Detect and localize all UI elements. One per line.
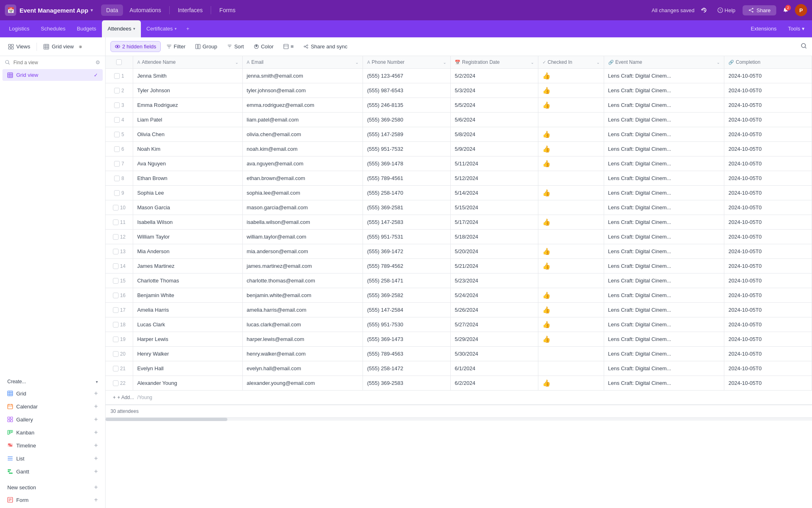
cell-attendee[interactable]: Jenna Smith <box>133 69 242 83</box>
cell-attendee[interactable]: Ethan Brown <box>133 171 242 186</box>
notification-button[interactable]: 2 <box>780 4 792 16</box>
cell-eventname[interactable]: Lens Craft: Digital Cinem... <box>604 113 724 127</box>
cell-attendee[interactable]: Lucas Clark <box>133 317 242 332</box>
cell-checkedin[interactable] <box>538 361 604 376</box>
new-section-add[interactable]: + <box>94 484 98 491</box>
cell-phone[interactable]: (555) 258-1472 <box>363 361 451 376</box>
cell-eventname[interactable]: Lens Craft: Digital Cinem... <box>604 171 724 186</box>
cell-phone[interactable]: (555) 369-1478 <box>363 156 451 171</box>
cell-email[interactable]: isabella.wilson@email.com <box>242 215 363 230</box>
row-checkbox[interactable] <box>113 380 119 386</box>
cell-checkedin[interactable]: 👍 <box>538 186 604 200</box>
cell-checkedin[interactable] <box>538 171 604 186</box>
cell-completion[interactable]: 2024-10-05T0 <box>724 215 812 230</box>
cell-eventname[interactable]: Lens Craft: Digital Cinem... <box>604 317 724 332</box>
cell-eventname[interactable]: Lens Craft: Digital Cinem... <box>604 127 724 142</box>
cell-checkedin[interactable] <box>538 347 604 361</box>
cell-completion[interactable]: 2024-10-05T0 <box>724 200 812 215</box>
cell-checkedin[interactable] <box>538 200 604 215</box>
cell-regdate[interactable]: 5/27/2024 <box>451 317 538 332</box>
cell-email[interactable]: william.taylor@email.com <box>242 230 363 244</box>
tab-attendees[interactable]: Attendees ▾ <box>102 20 141 37</box>
cell-completion[interactable]: 2024-10-05T0 <box>724 186 812 200</box>
cell-regdate[interactable]: 5/14/2024 <box>451 186 538 200</box>
cell-checkedin[interactable]: 👍 <box>538 156 604 171</box>
cell-checkedin[interactable]: 👍 <box>538 83 604 98</box>
cell-attendee[interactable]: Evelyn Hall <box>133 361 242 376</box>
cell-phone[interactable]: (555) 369-2583 <box>363 376 451 391</box>
cell-completion[interactable]: 2024-10-05T0 <box>724 98 812 113</box>
cell-phone[interactable]: (555) 369-1473 <box>363 332 451 347</box>
row-checkbox[interactable] <box>114 161 120 167</box>
cell-phone[interactable]: (555) 987-6543 <box>363 83 451 98</box>
tab-add-button[interactable]: + <box>182 23 194 35</box>
history-button[interactable] <box>698 4 710 16</box>
cell-email[interactable]: henry.walker@email.com <box>242 347 363 361</box>
cell-email[interactable]: mason.garcia@email.com <box>242 200 363 215</box>
cell-phone[interactable]: (555) 258-1471 <box>363 274 451 288</box>
hidden-fields-button[interactable]: 2 hidden fields <box>110 41 161 52</box>
row-checkbox[interactable] <box>114 132 120 137</box>
cell-checkedin[interactable]: 👍 <box>538 259 604 274</box>
row-checkbox[interactable] <box>114 176 120 181</box>
row-checkbox[interactable] <box>113 219 119 225</box>
cell-email[interactable]: liam.patel@email.com <box>242 113 363 127</box>
cell-completion[interactable]: 2024-10-05T0 <box>724 347 812 361</box>
cell-regdate[interactable]: 5/30/2024 <box>451 347 538 361</box>
col-header-phone[interactable]: A Phone Number ⌄ <box>363 56 451 69</box>
row-checkbox[interactable] <box>113 322 119 328</box>
row-checkbox[interactable] <box>113 336 119 342</box>
cell-eventname[interactable]: Lens Craft: Digital Cinem... <box>604 215 724 230</box>
cell-completion[interactable]: 2024-10-05T0 <box>724 83 812 98</box>
cell-attendee[interactable]: Harper Lewis <box>133 332 242 347</box>
cell-eventname[interactable]: Lens Craft: Digital Cinem... <box>604 69 724 83</box>
cell-regdate[interactable]: 5/15/2024 <box>451 200 538 215</box>
cell-checkedin[interactable] <box>538 274 604 288</box>
add-list-icon[interactable]: + <box>94 455 98 462</box>
cell-completion[interactable]: 2024-10-05T0 <box>724 244 812 259</box>
cell-attendee[interactable]: Charlotte Thomas <box>133 274 242 288</box>
cell-regdate[interactable]: 5/26/2024 <box>451 303 538 317</box>
add-timeline-icon[interactable]: + <box>94 442 98 449</box>
cell-checkedin[interactable]: 👍 <box>538 127 604 142</box>
cell-checkedin[interactable]: 👍 <box>538 303 604 317</box>
cell-email[interactable]: james.martinez@email.com <box>242 259 363 274</box>
create-gallery[interactable]: Gallery + <box>5 413 100 426</box>
row-checkbox[interactable] <box>114 146 120 152</box>
cell-attendee[interactable]: Ava Nguyen <box>133 156 242 171</box>
cell-regdate[interactable]: 5/29/2024 <box>451 332 538 347</box>
cell-completion[interactable]: 2024-10-05T0 <box>724 69 812 83</box>
col-header-regdate[interactable]: 📅 Registration Date ⌄ <box>451 56 538 69</box>
scrollbar-thumb[interactable] <box>106 418 227 421</box>
row-checkbox[interactable] <box>113 263 119 269</box>
scrollbar-area[interactable] <box>106 417 812 421</box>
cell-email[interactable]: jenna.smith@email.com <box>242 69 363 83</box>
row-checkbox[interactable] <box>114 102 120 108</box>
cell-attendee[interactable]: Henry Walker <box>133 347 242 361</box>
cell-attendee[interactable]: James Martinez <box>133 259 242 274</box>
cell-phone[interactable]: (555) 147-2584 <box>363 303 451 317</box>
cell-regdate[interactable]: 5/9/2024 <box>451 142 538 156</box>
cell-regdate[interactable]: 5/3/2024 <box>451 83 538 98</box>
cell-regdate[interactable]: 5/2/2024 <box>451 69 538 83</box>
cell-email[interactable]: charlotte.thomas@email.com <box>242 274 363 288</box>
cell-regdate[interactable]: 5/18/2024 <box>451 230 538 244</box>
cell-eventname[interactable]: Lens Craft: Digital Cinem... <box>604 274 724 288</box>
grid-view-btn[interactable]: Grid view ⊕ <box>40 42 86 51</box>
create-list[interactable]: List + <box>5 452 100 465</box>
cell-attendee[interactable]: Amelia Harris <box>133 303 242 317</box>
share-sync-button[interactable]: Share and sync <box>299 41 351 52</box>
cell-completion[interactable]: 2024-10-05T0 <box>724 361 812 376</box>
search-input[interactable] <box>13 60 92 65</box>
cell-eventname[interactable]: Lens Craft: Digital Cinem... <box>604 288 724 303</box>
cell-attendee[interactable]: Noah Kim <box>133 142 242 156</box>
cell-completion[interactable]: 2024-10-05T0 <box>724 171 812 186</box>
cell-eventname[interactable]: Lens Craft: Digital Cinem... <box>604 303 724 317</box>
fields-button[interactable]: ≡ <box>279 41 298 52</box>
row-checkbox[interactable] <box>114 73 120 79</box>
create-grid[interactable]: Grid + <box>5 387 100 400</box>
cell-email[interactable]: emma.rodriguez@email.com <box>242 98 363 113</box>
cell-completion[interactable]: 2024-10-05T0 <box>724 303 812 317</box>
add-grid-icon[interactable]: + <box>94 390 98 397</box>
sort-button[interactable]: Sort <box>223 41 248 52</box>
